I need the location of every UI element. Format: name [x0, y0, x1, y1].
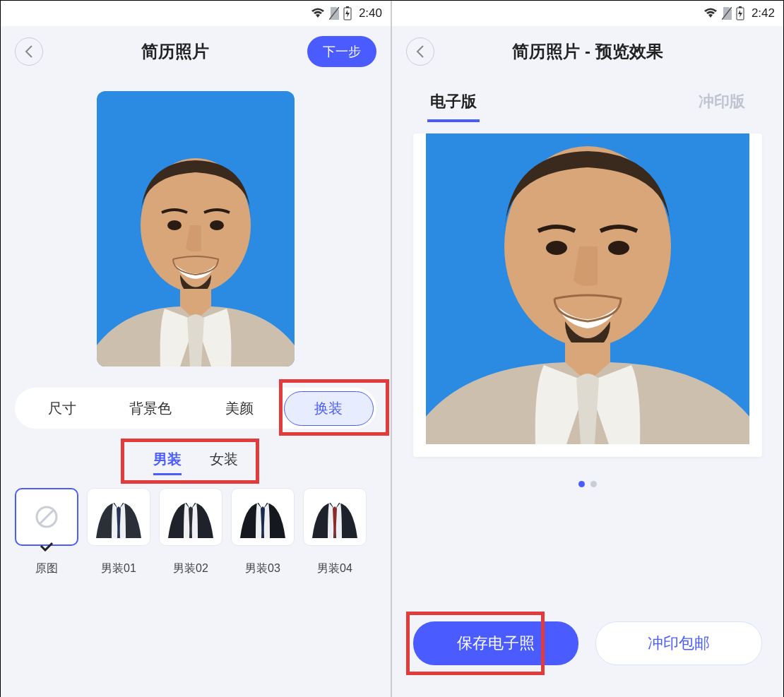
svg-line-8 — [40, 510, 54, 524]
person-illustration — [426, 133, 749, 444]
preview-tabs: 电子版 冲印版 — [392, 77, 783, 133]
outfit-label: 男装01 — [87, 561, 150, 576]
screen-preview: 2:42 简历照片 - 预览效果 电子版 冲印版 — [392, 1, 783, 697]
outfit-gender-tabs: 男装 女装 — [1, 446, 391, 475]
status-bar: 2:42 — [392, 1, 783, 26]
chevron-left-icon — [415, 44, 425, 59]
option-outfit[interactable]: 换装 — [284, 391, 374, 426]
suit-icon — [312, 496, 357, 538]
header: 简历照片 - 预览效果 — [392, 26, 783, 77]
print-ship-button[interactable]: 冲印包邮 — [595, 621, 762, 665]
save-digital-button[interactable]: 保存电子照 — [413, 621, 578, 665]
outfit-row — [1, 488, 391, 554]
chevron-left-icon — [24, 44, 34, 59]
svg-point-4 — [167, 220, 182, 230]
svg-point-5 — [210, 220, 224, 230]
page-title: 简历照片 - 预览效果 — [434, 40, 741, 63]
preview-photo — [426, 133, 749, 444]
wifi-icon — [703, 8, 718, 19]
none-icon — [34, 504, 59, 530]
check-icon — [40, 542, 54, 552]
outfit-labels: 原图 男装01 男装02 男装03 男装04 — [1, 554, 391, 576]
tab-digital[interactable]: 电子版 — [427, 84, 480, 122]
screen-editor: 2:40 简历照片 下一步 — [1, 1, 392, 697]
tab-print[interactable]: 冲印版 — [696, 84, 748, 122]
outfit-mens-04[interactable] — [303, 488, 367, 546]
svg-point-13 — [546, 241, 567, 255]
page-dots — [392, 457, 783, 511]
outfit-label: 男装03 — [231, 561, 295, 576]
wifi-icon — [311, 8, 325, 19]
tab-womens[interactable]: 女装 — [210, 446, 238, 475]
option-size[interactable]: 尺寸 — [18, 399, 107, 418]
back-button[interactable] — [406, 37, 434, 66]
outfit-original[interactable] — [15, 488, 78, 546]
action-row: 保存电子照 冲印包邮 — [392, 621, 783, 665]
status-time: 2:42 — [752, 6, 775, 20]
dot[interactable] — [578, 481, 585, 487]
dot[interactable] — [590, 481, 597, 487]
person-illustration — [97, 133, 295, 367]
suit-icon — [96, 496, 141, 538]
option-background[interactable]: 背景色 — [107, 399, 196, 418]
tutorial-highlight-gender — [121, 439, 259, 484]
outfit-mens-03[interactable] — [231, 488, 295, 546]
no-sim-icon — [329, 7, 339, 20]
next-step-button[interactable]: 下一步 — [307, 36, 376, 67]
outfit-label: 男装04 — [303, 561, 367, 576]
photo-preview-area — [1, 77, 391, 388]
tab-mens[interactable]: 男装 — [153, 446, 182, 475]
option-strip: 尺寸 背景色 美颜 换装 — [15, 388, 376, 429]
battery-icon — [736, 6, 744, 20]
svg-point-14 — [608, 241, 629, 255]
id-photo — [97, 91, 295, 367]
back-button[interactable] — [15, 37, 43, 66]
svg-rect-11 — [739, 6, 742, 8]
preview-card — [413, 133, 762, 457]
status-time: 2:40 — [359, 6, 382, 20]
battery-icon — [343, 6, 352, 20]
suit-icon — [168, 496, 213, 538]
outfit-label: 原图 — [15, 561, 78, 576]
outfit-mens-02[interactable] — [159, 488, 222, 546]
no-sim-icon — [722, 7, 732, 20]
status-bar: 2:40 — [1, 1, 391, 26]
svg-rect-2 — [346, 6, 349, 8]
option-beauty[interactable]: 美颜 — [195, 399, 284, 418]
outfit-label: 男装02 — [159, 561, 222, 576]
page-title: 简历照片 — [43, 40, 307, 63]
outfit-mens-01[interactable] — [87, 488, 150, 546]
suit-icon — [240, 496, 285, 538]
header: 简历照片 下一步 — [1, 26, 391, 77]
